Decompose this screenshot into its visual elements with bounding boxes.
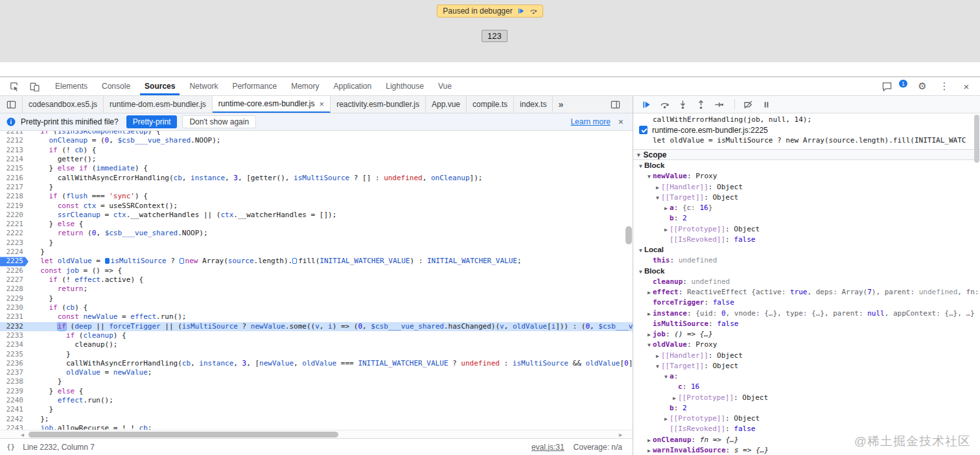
tab-lighthouse[interactable]: Lighthouse xyxy=(379,77,431,95)
line-number[interactable]: 2242 xyxy=(0,415,29,424)
code-line-text[interactable]: const newValue = effect.run(); xyxy=(29,312,633,321)
scope-row-handler[interactable]: ▶[[Handler]]: Object xyxy=(633,351,980,362)
navigator-toggle-icon[interactable] xyxy=(4,97,18,111)
eval-source-link[interactable]: eval.js:31 xyxy=(531,443,565,452)
scope-section-header[interactable]: ▾ Scope xyxy=(633,149,980,160)
line-number[interactable]: 2223 xyxy=(0,239,29,248)
line-number[interactable]: 2239 xyxy=(0,387,29,396)
kebab-menu-icon[interactable]: ⋮ xyxy=(937,79,951,93)
scope-row-block[interactable]: ▼Block xyxy=(633,161,980,172)
line-number[interactable]: 2215 xyxy=(0,164,29,173)
file-tab-compile-ts[interactable]: compile.ts xyxy=(467,96,514,113)
expander-icon[interactable]: ▶ xyxy=(662,205,670,211)
line-number[interactable]: 2227 xyxy=(0,275,29,285)
line-number[interactable]: 2217 xyxy=(0,183,29,192)
expander-icon[interactable]: ▼ xyxy=(646,342,653,348)
tab-application[interactable]: Application xyxy=(326,77,379,95)
code-line-text[interactable]: if (flush === 'sync') { xyxy=(29,192,633,201)
breakpoint-entry[interactable]: runtime-core.esm-bundler.js:2225 xyxy=(633,124,980,135)
code-line-text[interactable]: job.allowRecurse = ! ! cb; xyxy=(29,424,633,430)
line-number[interactable]: 2220 xyxy=(0,211,29,220)
file-tab-runtime-core-esm-bundler-js[interactable]: runtime-core.esm-bundler.js× xyxy=(213,96,331,113)
line-number[interactable]: 2235 xyxy=(0,350,29,359)
device-toolbar-icon[interactable] xyxy=(27,79,41,93)
step-out-button[interactable] xyxy=(693,97,708,111)
scope-row-target[interactable]: ▼[[Target]]: Object xyxy=(633,193,980,204)
expander-icon[interactable]: ▶ xyxy=(654,353,661,359)
line-number[interactable]: 2229 xyxy=(0,294,29,303)
inline-breakpoint-icon[interactable] xyxy=(292,258,297,264)
scope-row-newvalue[interactable]: ▼newValue: Proxy xyxy=(633,172,980,182)
line-number[interactable]: 2230 xyxy=(0,303,29,312)
code-line-text[interactable]: return (0, $csb___vue_shared.NOOP); xyxy=(29,229,633,238)
deactivate-breakpoints-button[interactable] xyxy=(740,97,756,111)
code-line-text[interactable]: effect.run(); xyxy=(29,396,633,405)
scope-row-oncleanup[interactable]: ▶onCleanup: fn => {…} xyxy=(633,436,980,446)
line-number[interactable]: 2214 xyxy=(0,155,29,164)
tab-sources[interactable]: Sources xyxy=(137,77,182,95)
expander-icon[interactable]: ▼ xyxy=(662,374,670,380)
tab-performance[interactable]: Performance xyxy=(225,77,284,95)
dont-show-again-button[interactable]: Don't show again xyxy=(182,115,256,128)
step-into-button[interactable] xyxy=(675,97,690,111)
learn-more-link[interactable]: Learn more xyxy=(570,117,610,126)
expander-icon[interactable]: ▶ xyxy=(654,185,661,191)
line-number[interactable]: 2232 xyxy=(0,322,29,331)
tab-vue[interactable]: Vue xyxy=(431,77,459,95)
line-number[interactable]: 2243 xyxy=(0,424,29,430)
step-button[interactable] xyxy=(711,97,727,111)
line-number[interactable]: 2219 xyxy=(0,202,29,211)
line-number[interactable]: 2224 xyxy=(0,248,29,257)
code-line-text[interactable]: if (cb) { xyxy=(29,303,633,312)
scope-row-warninvalidsource[interactable]: ▶warnInvalidSource: s => {…} xyxy=(633,446,980,455)
breakpoint-line-number[interactable]: 2225 xyxy=(0,257,29,266)
issues-icon[interactable] xyxy=(880,79,894,93)
line-number[interactable]: 2238 xyxy=(0,377,29,386)
tab-elements[interactable]: Elements xyxy=(48,77,95,95)
scope-row-target[interactable]: ▼[[Target]]: Object xyxy=(633,362,980,372)
scope-row-handler[interactable]: ▶[[Handler]]: Object xyxy=(633,183,980,193)
code-line-text[interactable]: if (deep || forceTrigger || (isMultiSour… xyxy=(29,322,633,331)
file-tab-app-vue[interactable]: App.vue xyxy=(426,96,467,113)
code-line-text[interactable]: getter(); xyxy=(29,155,633,164)
editor-horizontal-scrollbar[interactable]: ◂ ▸ xyxy=(0,430,633,438)
code-line-text[interactable]: if (! effect.active) { xyxy=(29,275,633,285)
file-tab-reactivity-esm-bundler-js[interactable]: reactivity.esm-bundler.js xyxy=(331,96,426,113)
code-line-text[interactable]: } xyxy=(29,183,633,192)
expander-icon[interactable]: ▶ xyxy=(646,290,653,296)
line-number[interactable]: 2213 xyxy=(0,146,29,155)
file-tab-codesandbox-es5-js[interactable]: codesandbox.es5.js xyxy=(23,96,104,113)
code-line-text[interactable]: }; xyxy=(29,415,633,424)
banner-resume-icon[interactable] xyxy=(517,7,525,15)
inline-breakpoint-icon[interactable] xyxy=(180,258,184,264)
pretty-print-button[interactable]: Pretty-print xyxy=(126,115,178,128)
more-tabs-icon[interactable]: » xyxy=(553,96,568,113)
code-line-text[interactable]: ssrCleanup = ctx.__watcherHandles || (ct… xyxy=(29,211,633,220)
scope-row-oldvalue[interactable]: ▼oldValue: Proxy xyxy=(633,340,980,351)
banner-step-over-icon[interactable] xyxy=(530,7,537,15)
resume-button[interactable] xyxy=(638,97,654,111)
expander-icon[interactable]: ▼ xyxy=(654,364,661,369)
line-number[interactable]: 2236 xyxy=(0,359,29,368)
code-line-text[interactable]: } xyxy=(29,248,633,257)
expander-icon[interactable]: ▶ xyxy=(646,438,653,443)
scope-row-prototype[interactable]: ▶[[Prototype]]: Object xyxy=(633,225,980,235)
tab-close-icon[interactable]: × xyxy=(320,100,325,108)
code-line-text[interactable]: const ctx = useSSRContext(); xyxy=(29,202,633,211)
scope-row-prototype[interactable]: ▶[[Prototype]]: Object xyxy=(633,393,980,404)
expander-icon[interactable]: ▶ xyxy=(646,332,653,338)
line-number[interactable]: 2231 xyxy=(0,312,29,321)
line-number[interactable]: 2212 xyxy=(0,136,29,145)
scope-row-instance[interactable]: ▶instance: {uid: 0, vnode: {…}, type: {…… xyxy=(633,309,980,320)
code-line-text[interactable]: let oldValue = isMultiSource ? new Array… xyxy=(29,257,633,266)
line-number[interactable]: 2228 xyxy=(0,285,29,294)
editor-vertical-scrollbar[interactable] xyxy=(625,226,632,244)
line-number[interactable]: 2233 xyxy=(0,331,29,340)
scope-row-prototype[interactable]: ▶[[Prototype]]: Object xyxy=(633,414,980,425)
settings-gear-icon[interactable]: ⚙ xyxy=(915,79,929,93)
code-line-text[interactable]: } xyxy=(29,239,633,248)
scope-row-effect[interactable]: ▶effect: ReactiveEffect {active: true, d… xyxy=(633,288,980,298)
scope-row-block[interactable]: ▼Block xyxy=(633,267,980,277)
expander-icon[interactable]: ▶ xyxy=(646,311,653,317)
expander-icon[interactable]: ▶ xyxy=(662,227,670,233)
